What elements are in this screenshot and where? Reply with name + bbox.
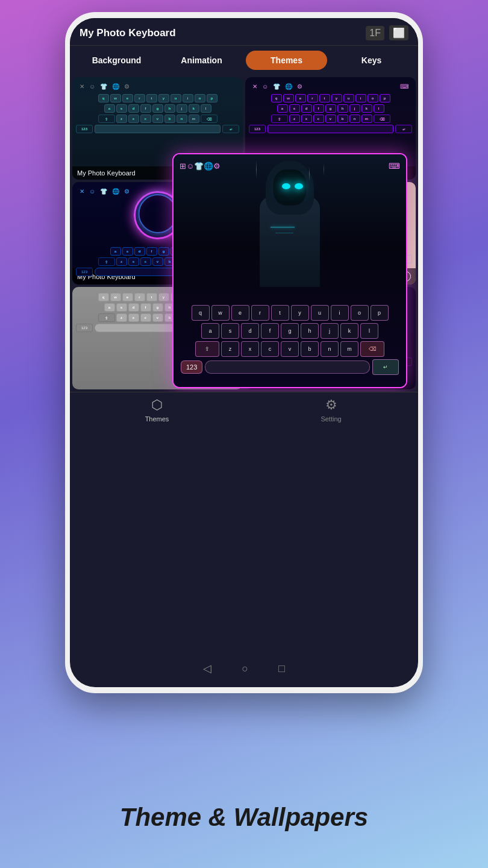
phone-frame: My Photo Keyboard 1F ⬜ Background Animat… [65,12,423,693]
nav-settings[interactable]: ⚙ Setting [244,397,418,423]
hacker-keyboard-overlay: ⊞ ☺ 👕 🌐 ⚙ ⌨ q w e r t y [172,153,407,388]
tab-animation[interactable]: Animation [161,51,242,70]
android-back-btn[interactable]: ◁ [203,662,211,675]
nav-themes-label: Themes [145,415,169,423]
tab-bar: Background Animation Themes Keys [70,46,418,75]
settings-nav-icon: ⚙ [325,397,337,413]
tab-themes[interactable]: Themes [246,51,327,70]
nav-themes[interactable]: ⬡ Themes [70,397,244,423]
bottom-title: Theme & Wallpapers [0,803,488,832]
card1-icons: ✕☺👕🌐⚙ [76,81,239,92]
bottom-text-area: Theme & Wallpapers [0,803,488,832]
card2-icons: ✕☺👕🌐⚙⌨ [249,81,412,92]
header-btn-minimize[interactable]: ⬜ [389,25,408,40]
tab-background[interactable]: Background [76,51,157,70]
android-recent-btn[interactable]: □ [278,662,285,675]
header-btn-1f[interactable]: 1F [366,26,384,40]
header-icons: 1F ⬜ [366,25,408,40]
hacker-keys: q w e r t y u i o p a s [178,305,401,375]
hacker-enter-btn[interactable]: ↵ [372,359,399,375]
android-home-btn[interactable]: ○ [242,662,248,675]
themes-nav-icon: ⬡ [151,397,163,413]
bottom-nav: ⬡ Themes ⚙ Setting [70,392,418,430]
hacker-toolbar: ⊞ ☺ 👕 🌐 ⚙ ⌨ [174,159,406,173]
hacker-spacebar[interactable] [205,360,370,374]
hacker-123-btn[interactable]: 123 [181,360,202,374]
app-title: My Photo Keyboard [80,27,176,39]
android-nav-bar: ◁ ○ □ [70,657,418,680]
tab-keys[interactable]: Keys [331,51,412,70]
phone-screen: My Photo Keyboard 1F ⬜ Background Animat… [70,18,418,687]
app-header: My Photo Keyboard 1F ⬜ [70,18,418,46]
nav-settings-label: Setting [321,415,341,423]
